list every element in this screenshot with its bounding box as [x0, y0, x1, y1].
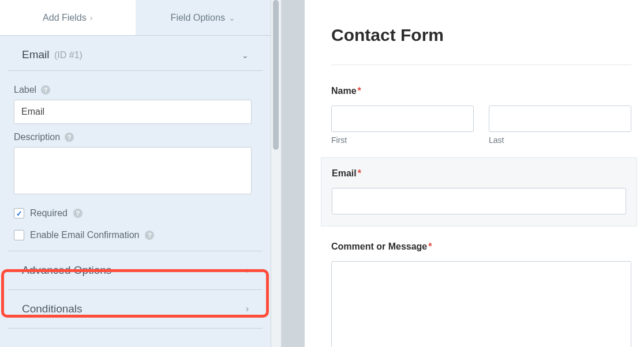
label-input[interactable]: [14, 100, 252, 124]
advanced-options-row[interactable]: Advanced Options ›: [8, 251, 263, 289]
chevron-down-icon: ⌄: [229, 13, 235, 22]
required-asterisk: *: [358, 168, 361, 178]
tab-add-fields[interactable]: Add Fields ›: [0, 0, 136, 35]
enable-confirm-row[interactable]: Enable Email Confirmation ?: [14, 230, 257, 240]
required-row[interactable]: Required ?: [14, 208, 257, 218]
label-name: Name: [331, 86, 357, 96]
field-options-panel: Label ? Description ? Required ? Enabl: [0, 71, 271, 251]
scrollbar-thumb[interactable]: [273, 0, 279, 150]
label-required: Required: [30, 208, 68, 218]
chevron-right-icon: ›: [246, 304, 249, 314]
sublabel-last: Last: [489, 135, 631, 145]
help-icon[interactable]: ?: [73, 209, 83, 218]
checkbox-enable-confirm[interactable]: [14, 230, 24, 240]
required-asterisk: *: [358, 86, 361, 96]
chevron-right-icon: ›: [246, 265, 249, 276]
help-icon[interactable]: ?: [41, 85, 50, 95]
sidebar-scrollbar[interactable]: [271, 0, 282, 347]
tab-field-options-label: Field Options: [171, 13, 225, 23]
form-title: Contact Form: [331, 25, 631, 45]
divider: [331, 65, 631, 65]
field-header[interactable]: Email (ID #1) ⌄: [8, 36, 263, 71]
label-conditionals: Conditionals: [22, 303, 83, 315]
first-name-input[interactable]: [331, 105, 474, 132]
label-email: Email: [332, 168, 357, 178]
last-name-input[interactable]: [489, 105, 631, 132]
help-icon[interactable]: ?: [65, 133, 74, 142]
chevron-right-icon: ›: [90, 13, 93, 22]
label-label: Label: [14, 85, 36, 95]
email-field-block[interactable]: Email*: [321, 157, 637, 227]
sublabel-first: First: [331, 135, 474, 145]
chevron-down-icon: ⌄: [242, 51, 249, 60]
field-name: Email: [22, 48, 50, 61]
label-enable-confirm: Enable Email Confirmation: [30, 230, 139, 240]
sidebar-tabs: Add Fields › Field Options ⌄: [0, 0, 271, 36]
description-input[interactable]: [14, 147, 252, 194]
label-advanced: Advanced Options: [22, 264, 111, 277]
checkbox-required[interactable]: [14, 208, 24, 218]
conditionals-row[interactable]: Conditionals ›: [8, 289, 263, 329]
label-description: Description: [14, 132, 60, 142]
label-comment: Comment or Message: [331, 242, 427, 251]
field-id: (ID #1): [54, 50, 83, 60]
sidebar: Add Fields › Field Options ⌄ Email (ID #…: [0, 0, 271, 347]
tab-add-fields-label: Add Fields: [43, 13, 87, 23]
help-icon[interactable]: ?: [145, 231, 154, 240]
tab-field-options[interactable]: Field Options ⌄: [136, 0, 271, 35]
comment-input[interactable]: [331, 261, 631, 347]
gutter: [282, 0, 305, 347]
email-input[interactable]: [332, 188, 626, 214]
form-preview: Contact Form Name* First Last Email* Com…: [305, 0, 644, 347]
required-asterisk: *: [428, 242, 432, 251]
